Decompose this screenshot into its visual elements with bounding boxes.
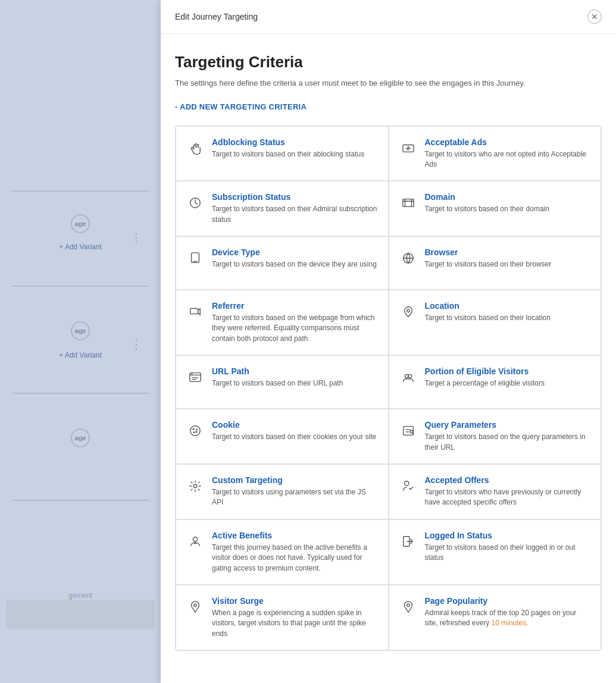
svg-point-18 — [404, 481, 408, 485]
cookie-desc: Target to visitors based on their cookie… — [212, 432, 376, 442]
svg-point-6 — [407, 309, 409, 312]
criteria-card-logged-in-status[interactable]: Logged In Status Target to visitors base… — [389, 519, 602, 585]
popularity-icon — [399, 597, 418, 616]
svg-point-11 — [193, 429, 194, 430]
device-type-content: Device Type Target to visitors based on … — [212, 247, 377, 270]
url-path-title: URL Path — [212, 366, 343, 376]
svg-rect-5 — [190, 309, 198, 314]
bg-dots-2[interactable]: ··· — [130, 339, 143, 352]
url-path-desc: Target to visitors based on their URL pa… — [212, 378, 343, 389]
browser-content: Browser Target to visitors based on thei… — [425, 247, 552, 270]
active-benefits-title: Active Benefits — [212, 531, 379, 540]
svg-point-22 — [407, 604, 409, 607]
referrer-icon — [186, 302, 205, 321]
criteria-grid: Adblocking Status Target to visitors bas… — [175, 126, 602, 651]
custom-targeting-content: Custom Targeting Target to visitors usin… — [212, 475, 379, 508]
cookie-content: Cookie Target to visitors based on their… — [212, 420, 376, 442]
logged-in-status-title: Logged In Status — [425, 531, 592, 540]
criteria-card-visitor-surge[interactable]: Visitor Surge When a page is experiencin… — [176, 585, 389, 650]
criteria-card-url-path[interactable]: URL Path Target to visitors based on the… — [176, 355, 389, 409]
portion-eligible-content: Portion of Eligible Visitors Target a pe… — [425, 366, 545, 389]
subscription-icon — [186, 193, 205, 212]
modal-header: Edit Journey Targeting ✕ — [161, 0, 616, 34]
acceptable-ads-content: Acceptable Ads Target to visitors who ar… — [425, 137, 592, 170]
modal-header-title: Edit Journey Targeting — [175, 12, 258, 21]
location-title: Location — [425, 301, 551, 311]
modal-overlay: Edit Journey Targeting ✕ Targeting Crite… — [161, 0, 616, 683]
page-title: Targeting Criteria — [175, 53, 602, 71]
criteria-card-query-parameters[interactable]: Query Parameters Target to visitors base… — [389, 409, 602, 464]
svg-rect-2 — [402, 199, 413, 207]
bg-add-variant-1[interactable]: + Add Variant — [59, 243, 102, 251]
close-button[interactable]: ✕ — [587, 10, 602, 24]
svg-rect-7 — [190, 373, 201, 382]
cookie-icon — [186, 421, 205, 440]
query-parameters-title: Query Parameters — [425, 420, 592, 430]
svg-point-8 — [405, 375, 408, 378]
offers-icon — [399, 477, 418, 496]
criteria-card-accepted-offers[interactable]: Accepted Offers Target to visitors who h… — [389, 464, 602, 519]
svg-point-10 — [190, 426, 201, 436]
location-desc: Target to visitors based on their locati… — [425, 313, 551, 323]
add-criteria-link[interactable]: - ADD NEW TARGETING CRITERIA — [175, 102, 307, 111]
bg-add-variant-2[interactable]: + Add Variant — [59, 351, 102, 359]
accepted-offers-content: Accepted Offers Target to visitors who h… — [425, 475, 592, 508]
subscription-status-desc: Target to visitors based on their Admira… — [212, 204, 379, 225]
domain-title: Domain — [425, 192, 549, 202]
acceptable-ads-desc: Target to visitors who are not opted int… — [425, 149, 592, 170]
criteria-card-adblocking-status[interactable]: Adblocking Status Target to visitors bas… — [176, 126, 389, 181]
criteria-card-location[interactable]: Location Target to visitors based on the… — [389, 290, 602, 355]
referrer-content: Referrer Target to visitors based on the… — [212, 301, 379, 344]
bg-dots-1[interactable]: ··· — [130, 232, 143, 245]
surge-icon — [186, 597, 205, 616]
criteria-card-active-benefits[interactable]: Active Benefits Target this journey base… — [176, 519, 389, 585]
portion-eligible-desc: Target a percentage of eligible visitors — [425, 378, 545, 389]
criteria-card-browser[interactable]: Browser Target to visitors based on thei… — [389, 236, 602, 290]
criteria-card-referrer[interactable]: Referrer Target to visitors based on the… — [176, 290, 389, 355]
location-content: Location Target to visitors based on the… — [425, 301, 551, 323]
svg-point-16 — [410, 431, 413, 434]
portion-icon — [399, 368, 418, 387]
subscription-status-content: Subscription Status Target to visitors b… — [212, 192, 379, 225]
criteria-card-cookie[interactable]: Cookie Target to visitors based on their… — [176, 409, 389, 464]
ads-icon — [399, 139, 418, 158]
criteria-card-domain[interactable]: Domain Target to visitors based on their… — [389, 181, 602, 236]
modal-body: Targeting Criteria The settings here def… — [161, 34, 616, 670]
criteria-card-portion-eligible[interactable]: Portion of Eligible Visitors Target a pe… — [389, 355, 602, 409]
device-type-title: Device Type — [212, 247, 377, 257]
page-popularity-desc: Admiral keeps track of the top 20 pages … — [425, 608, 592, 629]
bg-line-1 — [12, 190, 149, 192]
benefits-icon — [186, 532, 205, 551]
browser-desc: Target to visitors based on their browse… — [425, 259, 552, 270]
svg-point-17 — [193, 484, 197, 488]
bg-engagement-box — [6, 600, 155, 629]
svg-point-13 — [193, 432, 194, 433]
svg-rect-0 — [402, 145, 413, 152]
custom-targeting-title: Custom Targeting — [212, 475, 379, 485]
logged-icon — [399, 532, 418, 551]
accepted-offers-title: Accepted Offers — [425, 475, 592, 485]
location-icon — [399, 302, 418, 321]
portion-eligible-title: Portion of Eligible Visitors — [425, 366, 545, 376]
svg-point-14 — [196, 430, 197, 430]
criteria-card-custom-targeting[interactable]: Custom Targeting Target to visitors usin… — [176, 464, 389, 519]
accepted-offers-desc: Target to visitors who have previously o… — [425, 487, 592, 508]
cookie-title: Cookie — [212, 420, 376, 430]
device-type-desc: Target to visitors based on the device t… — [212, 259, 377, 270]
query-parameters-desc: Target to visitors based on the query pa… — [425, 432, 592, 453]
criteria-card-device-type[interactable]: Device Type Target to visitors based on … — [176, 236, 389, 290]
subscription-status-title: Subscription Status — [212, 192, 379, 202]
svg-point-19 — [193, 537, 197, 541]
bg-line-2 — [12, 286, 149, 287]
browser-title: Browser — [425, 247, 552, 257]
active-benefits-content: Active Benefits Target this journey base… — [212, 531, 379, 574]
acceptable-ads-title: Acceptable Ads — [425, 137, 592, 147]
close-icon: ✕ — [591, 12, 598, 21]
criteria-card-page-popularity[interactable]: Page Popularity Admiral keeps track of t… — [389, 585, 602, 650]
page-popularity-content: Page Popularity Admiral keeps track of t… — [425, 596, 592, 629]
bg-line-3 — [12, 393, 149, 394]
criteria-card-acceptable-ads[interactable]: Acceptable Ads Target to visitors who ar… — [389, 126, 602, 181]
logged-in-status-content: Logged In Status Target to visitors base… — [425, 531, 592, 563]
criteria-card-subscription-status[interactable]: Subscription Status Target to visitors b… — [176, 181, 389, 236]
url-path-content: URL Path Target to visitors based on the… — [212, 366, 343, 389]
